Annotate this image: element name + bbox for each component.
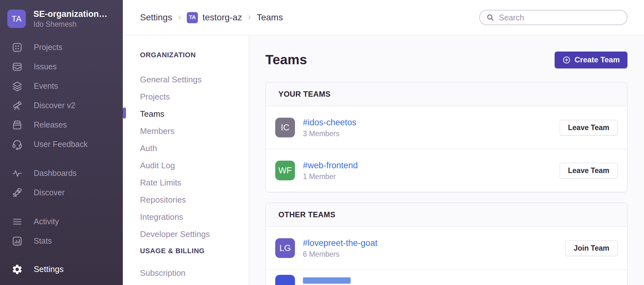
sidebar-item-label: Stats	[34, 236, 52, 246]
team-link-clipped	[303, 277, 351, 284]
sidebar-item-user-feedback[interactable]: User Feedback	[0, 135, 123, 154]
rocket-icon	[11, 187, 23, 199]
team-row-partial	[266, 269, 627, 285]
leave-team-button[interactable]: Leave Team	[560, 120, 618, 136]
search-input[interactable]	[498, 13, 620, 23]
team-member-count: 3 Members	[303, 129, 356, 138]
events-icon	[11, 80, 23, 92]
panel-header: OTHER TEAMS	[266, 203, 627, 227]
settings-nav-item-integrations[interactable]: Integrations	[140, 208, 249, 226]
sidebar-item-issues[interactable]: Issues	[0, 57, 123, 76]
team-link[interactable]: #idos-cheetos	[303, 117, 356, 128]
sidebar-item-dashboards[interactable]: Dashboards	[0, 163, 123, 183]
issues-icon	[11, 61, 23, 73]
sidebar-item-label: User Feedback	[34, 140, 88, 149]
breadcrumb-org-label: testorg-az	[202, 12, 242, 23]
settings-section-header: ORGANIZATION	[140, 49, 249, 61]
page-title: Teams	[265, 52, 307, 67]
team-row: LG #lovepreet-the-goat 6 Members Join Te…	[266, 227, 627, 269]
org-badge: TA	[187, 12, 198, 23]
team-panels: YOUR TEAMS IC #idos-cheetos 3 Members Le…	[265, 82, 627, 285]
settings-nav-item-general-settings[interactable]: General Settings	[140, 71, 249, 88]
sidebar-item-label: Activity	[34, 217, 59, 226]
settings-nav-item-members[interactable]: Members	[140, 122, 249, 140]
settings-nav-item-repositories[interactable]: Repositories	[140, 191, 249, 208]
team-avatar: LG	[275, 238, 295, 258]
sidebar-item-discover-v2[interactable]: Discover v2	[0, 96, 123, 115]
sidebar-item-events[interactable]: Events	[0, 76, 123, 96]
settings-nav-item-subscription[interactable]: Subscription	[140, 264, 249, 282]
create-team-label: Create Team	[575, 55, 620, 64]
main-content: Teams Create Team YOUR TEAMS IC #idos-ch…	[249, 35, 644, 285]
sidebar-item-label: Projects	[34, 43, 62, 52]
settings-nav-item-projects[interactable]: Projects	[140, 88, 249, 105]
org-switcher[interactable]: TA SE-organization… Ido Shemesh	[0, 0, 123, 29]
settings-section: General SettingsProjectsTeamsMembersAuth…	[140, 71, 249, 243]
sidebar-group: ProjectsIssuesEventsDiscover v2ReleasesU…	[0, 38, 123, 154]
right-region: Settings › TA testorg-az › Teams ORGANIZ…	[123, 0, 644, 285]
search-icon	[486, 13, 494, 22]
org-user-name: Ido Shemesh	[33, 20, 108, 29]
team-avatar	[275, 275, 295, 285]
app-root: TA SE-organization… Ido Shemesh Projects…	[0, 0, 644, 285]
settings-nav-item-rate-limits[interactable]: Rate Limits	[140, 174, 249, 191]
sidebar-item-stats[interactable]: Stats	[0, 231, 123, 251]
team-member-count: 1 Member	[303, 172, 358, 181]
sidebar-item-label: Discover	[34, 188, 65, 197]
top-header: Settings › TA testorg-az › Teams	[123, 0, 644, 35]
content-row: ORGANIZATIONGeneral SettingsProjectsTeam…	[123, 35, 644, 285]
org-name: SE-organization…	[33, 9, 108, 19]
team-link[interactable]: #web-frontend	[303, 160, 358, 170]
sidebar-item-label: Events	[34, 81, 58, 91]
team-member-count: 6 Members	[303, 250, 377, 259]
team-row: WF #web-frontend 1 Member Leave Team	[266, 149, 627, 192]
sidebar-item-activity[interactable]: Activity	[0, 212, 123, 231]
chevron-right-icon: ›	[178, 11, 181, 22]
plus-circle-icon	[562, 56, 571, 64]
create-team-button[interactable]: Create Team	[555, 52, 627, 68]
search-box[interactable]	[479, 10, 627, 25]
sidebar-active-indicator	[123, 108, 126, 119]
panel-your-teams: YOUR TEAMS IC #idos-cheetos 3 Members Le…	[265, 82, 627, 192]
stats-icon	[11, 235, 23, 247]
breadcrumb-page: Teams	[257, 12, 283, 23]
releases-icon	[11, 119, 23, 131]
sidebar-item-releases[interactable]: Releases	[0, 115, 123, 135]
panel-header: YOUR TEAMS	[266, 82, 627, 106]
settings-nav-item-teams[interactable]: Teams	[140, 105, 249, 122]
breadcrumb-org[interactable]: TA testorg-az	[187, 12, 242, 23]
org-avatar: TA	[7, 10, 26, 28]
sidebar-item-label: Settings	[34, 264, 64, 274]
sidebar-item-label: Discover v2	[34, 101, 75, 110]
breadcrumb-settings[interactable]: Settings	[140, 12, 172, 23]
team-avatar: IC	[275, 118, 295, 137]
sidebar-group: ActivityStats	[0, 212, 123, 251]
settings-nav: ORGANIZATIONGeneral SettingsProjectsTeam…	[123, 35, 249, 285]
sidebar-item-discover[interactable]: Discover	[0, 183, 123, 202]
sidebar-item-label: Dashboards	[34, 169, 77, 178]
leave-team-button[interactable]: Leave Team	[560, 163, 618, 178]
activity-icon	[11, 216, 23, 228]
settings-nav-item-auth[interactable]: Auth	[140, 140, 249, 157]
gear-icon	[11, 263, 23, 275]
panel-other-teams: OTHER TEAMS LG #lovepreet-the-goat 6 Mem…	[265, 203, 627, 285]
settings-nav-item-audit-log[interactable]: Audit Log	[140, 157, 249, 174]
sidebar-item-label: Releases	[34, 120, 67, 129]
settings-section: Subscription	[140, 264, 249, 282]
dashboards-icon	[11, 167, 23, 179]
chevron-right-icon: ›	[248, 11, 251, 22]
title-row: Teams Create Team	[265, 50, 627, 69]
sidebar-item-label: Issues	[34, 62, 57, 71]
settings-nav-item-developer-settings[interactable]: Developer Settings	[140, 226, 249, 243]
team-link[interactable]: #lovepreet-the-goat	[303, 238, 377, 248]
team-row: IC #idos-cheetos 3 Members Leave Team	[266, 106, 627, 149]
join-team-button[interactable]: Join Team	[565, 240, 618, 256]
team-avatar: WF	[275, 161, 295, 180]
settings-section-header: USAGE & BILLING	[140, 245, 249, 257]
sidebar-nav: ProjectsIssuesEventsDiscover v2ReleasesU…	[0, 38, 123, 251]
user-feedback-icon	[11, 138, 23, 150]
sidebar-item-settings[interactable]: Settings	[0, 260, 123, 279]
sidebar-item-projects[interactable]: Projects	[0, 38, 123, 57]
sidebar-group: DashboardsDiscover	[0, 163, 123, 202]
breadcrumb: Settings › TA testorg-az › Teams	[140, 12, 283, 23]
